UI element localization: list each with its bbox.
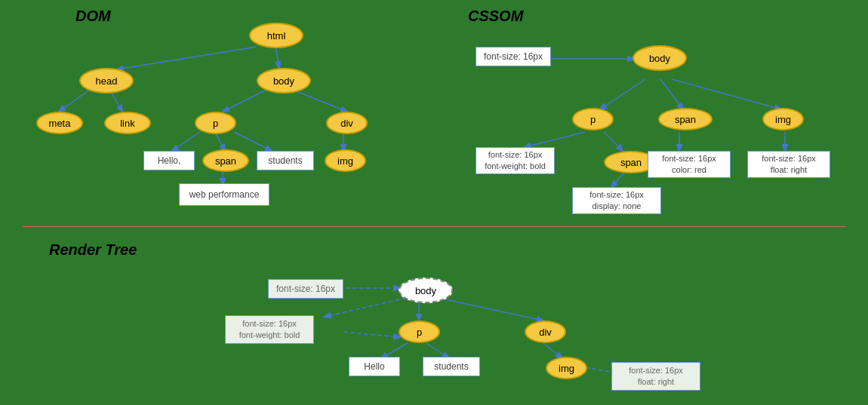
svg-line-6 [172, 132, 200, 151]
cssom-img-top-node: img [762, 108, 804, 130]
render-fontsize-img-box: font-size: 16px float: right [611, 362, 700, 391]
render-tree-label: Render Tree [49, 241, 137, 259]
arrows-svg [0, 0, 868, 405]
render-img-node: img [546, 357, 587, 379]
render-fontsize-p-box: font-size: 16px font-weight: bold [225, 315, 314, 344]
svg-line-25 [426, 343, 449, 358]
svg-line-2 [59, 89, 91, 112]
dom-img-node: img [325, 149, 366, 172]
dom-web-performance-box: web performance [179, 183, 269, 206]
svg-line-28 [343, 332, 400, 337]
svg-line-7 [215, 132, 225, 151]
svg-line-23 [438, 298, 543, 321]
cssom-body-node: body [633, 45, 687, 71]
render-fontsize-body-box: font-size: 16px [268, 279, 343, 299]
dom-meta-node: meta [36, 112, 83, 134]
svg-line-0 [117, 47, 257, 69]
svg-line-12 [600, 79, 645, 109]
svg-line-14 [672, 79, 781, 109]
render-p-node: p [399, 321, 440, 343]
cssom-fontsize-body-box: font-size: 16px [476, 47, 551, 66]
dom-div-node: div [326, 112, 368, 134]
dom-body-node: body [257, 68, 311, 94]
svg-line-21 [325, 298, 406, 317]
cssom-fontsize-span-box: font-size: 16px color: red [648, 151, 731, 178]
divider [23, 226, 845, 227]
svg-line-4 [223, 89, 268, 112]
diagram-container: DOM CSSOM Render Tree html head body met… [0, 0, 868, 405]
svg-line-13 [660, 79, 683, 109]
svg-line-1 [275, 47, 279, 68]
cssom-p-node: p [572, 108, 614, 130]
dom-span-node: span [202, 149, 249, 172]
cssom-span-top-node: span [658, 108, 713, 130]
cssom-fontsize-p-box: font-size: 16px font-weight: bold [476, 147, 555, 174]
render-hello-box: Hello [349, 357, 400, 376]
dom-head-node: head [79, 68, 134, 94]
svg-line-15 [525, 132, 585, 147]
dom-students-box: students [257, 151, 314, 170]
cssom-label: CSSOM [468, 8, 523, 25]
render-students-box: students [423, 357, 480, 376]
cssom-fontsize-img-box: font-size: 16px float: right [747, 151, 830, 178]
render-div-node: div [525, 321, 566, 343]
svg-line-8 [234, 132, 272, 151]
dom-hello-box: Hello, [143, 151, 195, 170]
svg-line-26 [543, 343, 562, 358]
dom-html-node: html [249, 23, 303, 48]
svg-line-16 [604, 132, 623, 151]
cssom-fontsize-span2-box: font-size: 16px display: none [572, 187, 661, 214]
dom-link-node: link [104, 112, 151, 134]
render-body-node: body [399, 278, 453, 303]
dom-label: DOM [75, 8, 111, 25]
svg-line-19 [611, 172, 625, 187]
svg-line-24 [381, 343, 408, 358]
dom-p-node: p [195, 112, 236, 134]
svg-line-5 [291, 89, 347, 112]
